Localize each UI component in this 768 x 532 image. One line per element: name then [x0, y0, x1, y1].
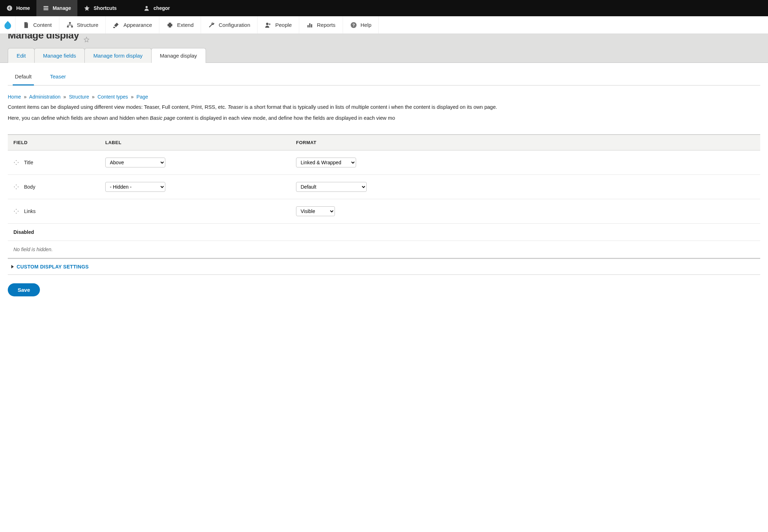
breadcrumb: Home » Administration » Structure » Cont…	[8, 85, 760, 103]
help-paragraph-1: Content items can be displayed using dif…	[8, 103, 760, 114]
page-title: Manage display	[8, 34, 79, 43]
table-header-format: FORMAT	[296, 140, 755, 145]
toolbar-shortcuts-label: Shortcuts	[94, 5, 117, 11]
svg-text:?: ?	[352, 23, 355, 27]
svg-rect-9	[309, 23, 310, 28]
adminbar-structure[interactable]: Structure	[59, 16, 106, 34]
hierarchy-icon	[66, 22, 73, 29]
format-select-title[interactable]: Linked & Wrapped	[296, 158, 356, 167]
adminbar-reports[interactable]: Reports	[299, 16, 343, 34]
adminbar-appearance[interactable]: Appearance	[106, 16, 159, 34]
toolbar-manage-label: Manage	[53, 5, 71, 11]
disabled-empty-message: No field is hidden.	[8, 241, 760, 258]
disabled-section-header: Disabled	[8, 224, 760, 241]
breadcrumb-sep: »	[22, 94, 28, 100]
adminbar-configuration[interactable]: Configuration	[201, 16, 258, 34]
page-header-region: Manage display Edit Manage fields Manage…	[0, 34, 768, 63]
star-icon	[84, 5, 90, 11]
drag-handle-icon[interactable]	[13, 184, 19, 190]
svg-point-1	[146, 6, 148, 8]
breadcrumb-structure[interactable]: Structure	[69, 94, 89, 100]
favorite-star-icon[interactable]	[83, 36, 90, 43]
people-icon	[265, 22, 272, 29]
toolbar-spacer	[123, 0, 137, 16]
drupal-logo[interactable]	[0, 16, 16, 34]
drupal-icon	[3, 20, 13, 30]
table-header-label: LABEL	[105, 140, 296, 145]
bar-chart-icon	[306, 22, 313, 29]
help-text-span: is a short format that is typically used…	[243, 104, 497, 110]
toolbar-home[interactable]: Home	[0, 0, 36, 16]
field-display-table: FIELD LABEL FORMAT Title Above Linked & …	[8, 134, 760, 259]
tab-edit[interactable]: Edit	[8, 48, 35, 63]
adminbar-appearance-label: Appearance	[123, 22, 152, 28]
breadcrumb-home[interactable]: Home	[8, 94, 21, 100]
adminbar-extend[interactable]: Extend	[159, 16, 201, 34]
tab-manage-form-display[interactable]: Manage form display	[84, 48, 151, 63]
toolbar-user-label: chegor	[153, 5, 170, 11]
help-icon: ?	[350, 22, 357, 29]
secondary-tabs: Default Teaser	[8, 63, 760, 85]
breadcrumb-sep: »	[129, 94, 135, 100]
tab-manage-display[interactable]: Manage display	[151, 48, 206, 63]
adminbar-help[interactable]: ? Help	[343, 16, 379, 34]
document-icon	[23, 22, 30, 29]
breadcrumb-sep: »	[90, 94, 96, 100]
breadcrumb-page[interactable]: Page	[136, 94, 148, 100]
field-name: Title	[24, 160, 33, 165]
paintbrush-icon	[113, 22, 120, 29]
user-icon	[143, 5, 150, 11]
svg-rect-10	[311, 24, 312, 27]
toolbar-manage[interactable]: Manage	[36, 0, 77, 16]
adminbar-help-label: Help	[361, 22, 372, 28]
svg-rect-3	[67, 26, 69, 27]
drag-handle-icon[interactable]	[13, 160, 19, 165]
toolbar-shortcuts[interactable]: Shortcuts	[77, 0, 123, 16]
help-text-em: Teaser	[228, 104, 243, 110]
custom-display-settings-label: CUSTOM DISPLAY SETTINGS	[17, 264, 89, 270]
adminbar-configuration-label: Configuration	[219, 22, 250, 28]
toolbar-user[interactable]: chegor	[137, 0, 176, 16]
subtab-teaser[interactable]: Teaser	[48, 71, 68, 85]
toolbar: Home Manage Shortcuts chegor	[0, 0, 768, 16]
table-header: FIELD LABEL FORMAT	[8, 135, 760, 150]
label-select-title[interactable]: Above	[105, 158, 165, 167]
help-text-em: Basic page	[150, 115, 175, 121]
drag-handle-icon[interactable]	[13, 208, 19, 214]
custom-display-settings-toggle[interactable]: CUSTOM DISPLAY SETTINGS	[8, 259, 760, 275]
hamburger-icon	[43, 5, 49, 11]
adminbar: Content Structure Appearance Extend Conf…	[0, 16, 768, 34]
toolbar-home-label: Home	[16, 5, 30, 11]
breadcrumb-administration[interactable]: Administration	[29, 94, 61, 100]
label-select-body[interactable]: - Hidden -	[105, 182, 165, 192]
svg-rect-5	[113, 27, 115, 28]
wrench-icon	[208, 22, 215, 29]
adminbar-people-label: People	[275, 22, 292, 28]
adminbar-content[interactable]: Content	[16, 16, 59, 34]
table-row-body: Body - Hidden - Default	[8, 175, 760, 199]
chevron-right-icon	[11, 265, 14, 268]
adminbar-reports-label: Reports	[317, 22, 336, 28]
help-text-span: content is displayed in each view mode, …	[175, 115, 395, 121]
help-text-span: Content items can be displayed using dif…	[8, 104, 228, 110]
table-row-links: Links Visible	[8, 199, 760, 224]
help-text-span: Here, you can define which fields are sh…	[8, 115, 150, 121]
svg-rect-2	[69, 22, 71, 23]
puzzle-icon	[166, 22, 173, 29]
field-name: Body	[24, 184, 35, 190]
tab-manage-fields[interactable]: Manage fields	[34, 48, 85, 63]
content-region: Default Teaser Home » Administration » S…	[0, 63, 768, 311]
breadcrumb-content-types[interactable]: Content types	[98, 94, 128, 100]
adminbar-extend-label: Extend	[177, 22, 194, 28]
svg-rect-8	[307, 25, 308, 28]
adminbar-structure-label: Structure	[77, 22, 99, 28]
primary-tabs: Edit Manage fields Manage form display M…	[0, 43, 768, 63]
breadcrumb-sep: »	[62, 94, 67, 100]
format-select-links[interactable]: Visible	[296, 206, 335, 216]
back-icon	[6, 5, 13, 11]
adminbar-people[interactable]: People	[258, 16, 299, 34]
svg-rect-4	[71, 26, 73, 27]
format-select-body[interactable]: Default	[296, 182, 367, 192]
save-button[interactable]: Save	[8, 283, 40, 296]
subtab-default[interactable]: Default	[13, 71, 34, 85]
